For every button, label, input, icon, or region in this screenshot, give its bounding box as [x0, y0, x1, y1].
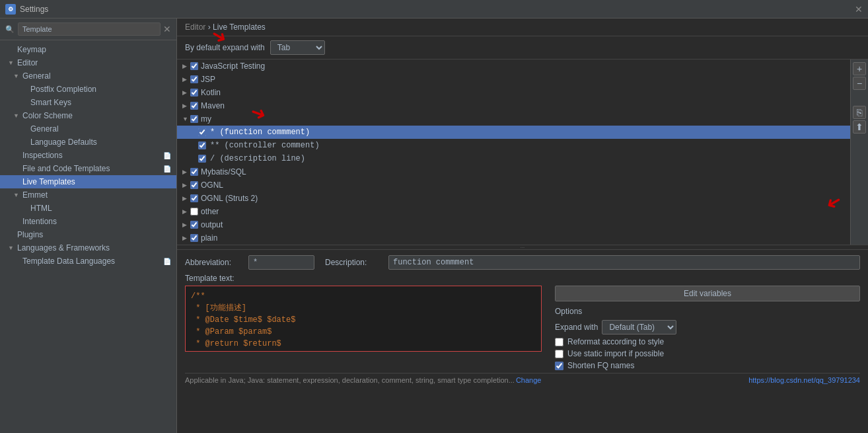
group-arrow-icon: ▶: [182, 182, 190, 188]
sidebar-item-plugins[interactable]: Plugins: [0, 228, 176, 241]
group-output: ▶ output: [177, 218, 850, 231]
breadcrumb-livetemplates: Live Templates: [213, 22, 266, 32]
sidebar-item-livetemplates[interactable]: Live Templates: [0, 175, 176, 188]
group-arrow-icon: ▶: [182, 89, 190, 96]
group-jsp: ▶ JSP: [177, 73, 850, 86]
sidebar-item-inspections[interactable]: Inspections 📄: [0, 149, 176, 162]
templates-list: ▶ JavaScript Testing ▶ JSP ▶: [177, 59, 850, 245]
group-header[interactable]: ▶ output: [177, 218, 850, 231]
template-item-slash[interactable]: / (description line): [177, 152, 850, 165]
group-arrow-icon: ▼: [182, 116, 190, 122]
expand-with-select[interactable]: Default (Tab) Tab Enter Space: [602, 320, 676, 335]
sidebar-item-general2[interactable]: General: [0, 122, 176, 136]
group-header[interactable]: ▶ Maven: [177, 99, 850, 112]
sidebar-item-langframeworks[interactable]: ▼ Languages & Frameworks: [0, 241, 176, 255]
sidebar-item-langdefaults[interactable]: Language Defaults: [0, 136, 176, 149]
group-checkbox[interactable]: [190, 89, 198, 97]
group-arrow-icon: ▶: [182, 235, 190, 241]
group-checkbox[interactable]: [190, 208, 198, 216]
copy-button[interactable]: ⎘: [853, 106, 866, 119]
expand-select[interactable]: Tab Enter Space: [270, 40, 325, 55]
group-header[interactable]: ▶ JSP: [177, 73, 850, 86]
static-import-checkbox[interactable]: [555, 350, 563, 358]
group-arrow-icon: ▶: [182, 208, 190, 215]
group-name-label: JSP: [201, 75, 215, 84]
group-arrow-icon: ▶: [182, 76, 190, 83]
sidebar-item-emmet[interactable]: ▼ Emmet: [0, 188, 176, 202]
sidebar-item-general[interactable]: ▼ General: [0, 69, 176, 83]
arrow-icon: ▼: [13, 192, 21, 198]
sidebar-item-templatedatalang[interactable]: Template Data Languages 📄: [0, 255, 176, 268]
reformat-row: Reformat according to style: [555, 337, 860, 346]
shorten-label: Shorten FQ names: [567, 361, 634, 370]
sidebar-item-html[interactable]: HTML: [0, 202, 176, 215]
remove-button[interactable]: −: [853, 77, 866, 90]
change-link[interactable]: Change: [516, 376, 542, 384]
group-header[interactable]: ▶ Kotlin: [177, 86, 850, 99]
edit-variables-button[interactable]: Edit variables: [555, 286, 860, 301]
add-button[interactable]: +: [853, 62, 866, 75]
sidebar-item-label: File and Code Templates: [22, 164, 110, 173]
close-button[interactable]: ✕: [855, 4, 863, 15]
group-checkbox[interactable]: [190, 234, 198, 242]
sidebar-item-intentions[interactable]: Intentions: [0, 215, 176, 228]
static-import-label: Use static import if possible: [567, 349, 664, 358]
template-checkbox[interactable]: [198, 155, 206, 163]
breadcrumb-editor[interactable]: Editor: [185, 22, 205, 32]
template-textarea[interactable]: /** * [功能描述] * @Date $time$ $date$ * @Pa…: [185, 286, 542, 352]
group-checkbox[interactable]: [190, 194, 198, 202]
sidebar-item-smartkeys[interactable]: Smart Keys: [0, 96, 176, 109]
group-header[interactable]: ▶ OGNL (Struts 2): [177, 192, 850, 205]
breadcrumb-separator: ›: [208, 22, 213, 32]
clear-search-button[interactable]: ✕: [163, 24, 171, 34]
template-item-star-func[interactable]: * (function commment): [177, 126, 850, 139]
group-checkbox[interactable]: [190, 168, 198, 176]
group-checkbox[interactable]: [190, 102, 198, 110]
toolbar-row: By default expand with Tab Enter Space: [177, 36, 868, 59]
group-header[interactable]: ▶ OGNL: [177, 178, 850, 192]
app-icon: ⚙: [5, 4, 16, 15]
sidebar-item-label: HTML: [30, 204, 52, 213]
arrow-icon: ▼: [8, 245, 16, 251]
sidebar-item-label: General: [22, 71, 51, 81]
sidebar-item-label: Emmet: [22, 190, 48, 200]
group-header[interactable]: ▶ JavaScript Testing: [177, 59, 850, 73]
reformat-checkbox[interactable]: [555, 338, 563, 346]
sidebar-item-postfix[interactable]: Postfix Completion: [0, 83, 176, 96]
template-item-star2[interactable]: ** (controller comment): [177, 139, 850, 152]
group-checkbox[interactable]: [190, 62, 198, 70]
group-plain: ▶ plain: [177, 231, 850, 245]
move-up-button[interactable]: ⬆: [853, 120, 866, 134]
group-header[interactable]: ▶ Mybatis/SQL: [177, 165, 850, 178]
search-input[interactable]: [18, 22, 161, 36]
group-arrow-icon: ▶: [182, 195, 190, 202]
group-name-label: my: [201, 114, 211, 124]
sidebar-item-label: Language Defaults: [30, 138, 97, 147]
group-checkbox[interactable]: [190, 115, 198, 123]
sidebar-item-keymap[interactable]: Keymap: [0, 43, 176, 56]
group-other: ▶ other: [177, 205, 850, 218]
group-header[interactable]: ▶ other: [177, 205, 850, 218]
description-input[interactable]: [388, 255, 860, 270]
arrow-icon: ▼: [8, 59, 16, 66]
template-checkbox[interactable]: [198, 128, 206, 136]
template-checkbox[interactable]: [198, 141, 206, 149]
sidebar-item-filecodetemplates[interactable]: File and Code Templates 📄: [0, 162, 176, 175]
group-header[interactable]: ▶ plain: [177, 231, 850, 245]
sidebar-item-editor[interactable]: ▼ Editor: [0, 56, 176, 69]
title-bar: ⚙ Settings ✕: [0, 0, 868, 19]
group-checkbox[interactable]: [190, 181, 198, 189]
description-label: Description:: [325, 258, 378, 267]
main-container: 🔍 ✕ Keymap ▼ Editor ▼ General Postfix Co…: [0, 19, 868, 433]
group-checkbox[interactable]: [190, 221, 198, 229]
group-header[interactable]: ▼ my: [177, 112, 850, 126]
group-checkbox[interactable]: [190, 75, 198, 83]
sidebar-item-colorscheme[interactable]: ▼ Color Scheme: [0, 109, 176, 122]
group-arrow-icon: ▶: [182, 221, 190, 228]
shorten-checkbox[interactable]: [555, 362, 563, 370]
static-import-row: Use static import if possible: [555, 349, 860, 358]
group-ognl: ▶ OGNL: [177, 178, 850, 192]
sidebar-tree: Keymap ▼ Editor ▼ General Postfix Comple…: [0, 40, 176, 433]
group-maven: ▶ Maven: [177, 99, 850, 112]
abbreviation-input[interactable]: [248, 255, 314, 270]
